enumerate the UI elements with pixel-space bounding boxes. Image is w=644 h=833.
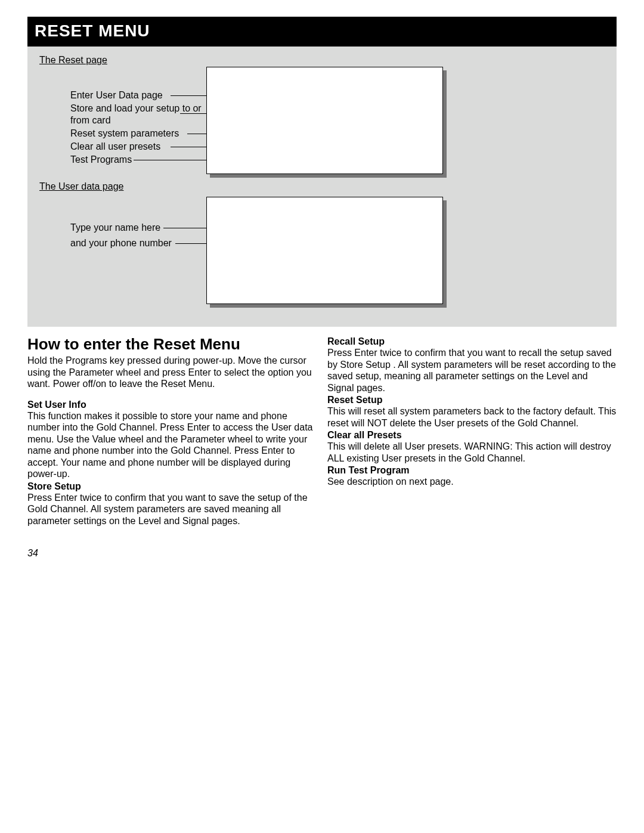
set-user-info-text: This function makes it possible to store… (27, 410, 317, 480)
two-column-layout: How to enter the Reset Menu Hold the Pro… (27, 335, 617, 527)
run-test-heading: Run Test Program (327, 465, 617, 476)
leader-line (175, 243, 206, 244)
recall-setup-text: Press Enter twice to confirm that you wa… (327, 347, 617, 394)
store-setup-text: Press Enter twice to confirm that you wa… (27, 492, 317, 527)
leader-line (171, 95, 206, 96)
clear-presets-heading: Clear all Presets (327, 430, 617, 441)
reset-page-label: The Reset page (39, 55, 107, 66)
callout-reset-system: Reset system parameters (70, 128, 202, 140)
page: Reset Menu The Reset page The User data … (0, 0, 644, 559)
leader-line (134, 160, 206, 160)
intro-text: Hold the Programs key pressed during pow… (27, 355, 317, 390)
page-title-bar: Reset Menu (27, 17, 617, 47)
leader-line (187, 134, 206, 134)
reset-setup-text: This will reset all system parameters ba… (327, 405, 617, 429)
leader-line (180, 113, 206, 114)
user-data-page-label: The User data page (39, 181, 123, 192)
content-area: How to enter the Reset Menu Hold the Pro… (27, 327, 617, 559)
callout-store-load: Store and load your setup to or from car… (70, 103, 202, 126)
reset-setup-heading: Reset Setup (327, 395, 617, 405)
section-heading: How to enter the Reset Menu (27, 335, 317, 354)
left-column: How to enter the Reset Menu Hold the Pro… (27, 335, 317, 527)
user-data-screenshot (206, 197, 443, 304)
reset-page-screenshot (206, 67, 443, 174)
run-test-text: See description on next page. (327, 476, 617, 488)
store-setup-heading: Store Setup (27, 481, 317, 492)
leader-line (171, 147, 206, 147)
leader-line (163, 228, 206, 228)
page-title: Reset Menu (35, 21, 150, 40)
diagram-area: The Reset page The User data page Enter … (27, 47, 617, 327)
set-user-info-heading: Set User Info (27, 400, 317, 410)
page-number: 34 (27, 548, 617, 559)
recall-setup-heading: Recall Setup (327, 336, 617, 347)
right-column: Recall Setup Press Enter twice to confir… (327, 335, 617, 527)
clear-presets-text: This will delete all User presets. WARNI… (327, 441, 617, 464)
